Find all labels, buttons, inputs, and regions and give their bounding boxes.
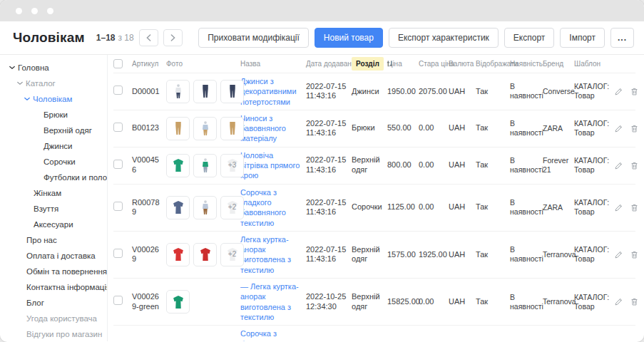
product-name-link[interactable]: Сорочка з бавовняного матеріалу притален… [240, 328, 302, 341]
edit-button[interactable] [614, 124, 623, 133]
column-header-label[interactable]: Бренд [543, 60, 563, 68]
product-photo[interactable] [220, 80, 244, 103]
product-availability: В наявності [510, 293, 543, 311]
delete-button[interactable] [630, 250, 639, 259]
product-photo[interactable] [166, 290, 190, 314]
sidebar-item-vzuttya[interactable]: Взуття [0, 201, 107, 217]
sidebar-item-futbolky-i-polo[interactable]: Футболки и поло [0, 170, 107, 185]
window-control-dot[interactable] [16, 8, 22, 14]
more-photos-count: +3 [228, 161, 236, 170]
edit-button[interactable] [614, 203, 623, 212]
row-checkbox[interactable] [113, 160, 123, 169]
more-photos-badge[interactable]: +3 [220, 154, 244, 177]
sidebar-item-kontaktna-informatsiya[interactable]: Контактна інформація [0, 279, 107, 295]
more-actions-button[interactable]: ... [610, 28, 634, 48]
page-title: Чоловікам [13, 30, 85, 46]
column-header-label[interactable]: Ціна [387, 60, 402, 68]
row-checkbox[interactable] [113, 86, 123, 95]
sidebar-item-golovna[interactable]: Головна [0, 60, 107, 76]
edit-button[interactable] [614, 250, 623, 259]
time-added: 11:43:16 [306, 254, 348, 264]
product-currency: UAH [449, 160, 476, 170]
delete-button[interactable] [630, 161, 639, 170]
export-characteristics-button[interactable]: Експорт характеристик [389, 28, 499, 48]
export-button[interactable]: Експорт [504, 28, 554, 48]
row-checkbox[interactable] [113, 296, 123, 305]
sidebar-item-katalog[interactable]: Каталог [0, 76, 107, 91]
edit-button[interactable] [614, 297, 623, 306]
row-checkbox[interactable] [113, 202, 123, 211]
row-checkbox[interactable] [113, 249, 123, 258]
sidebar-item-cholovikam[interactable]: Чоловікам [0, 91, 107, 107]
product-display-flag: Так [476, 250, 510, 260]
sidebar-item-sorochky[interactable]: Сорочки [0, 154, 107, 170]
product-name-link[interactable]: — Легка куртка-анорак виготовлена з текс… [240, 281, 302, 322]
hide-modifications-button[interactable]: Приховати модифікації [198, 28, 309, 48]
window-titlebar [0, 0, 644, 21]
product-photo[interactable] [166, 196, 190, 219]
delete-button[interactable] [630, 124, 639, 133]
product-name-cell: Чоловіча вітрівка прямого крою [240, 150, 306, 181]
sidebar-item-dzhynsy[interactable]: Джинси [0, 138, 107, 154]
product-photo[interactable] [193, 196, 217, 219]
product-availability: В наявності [510, 119, 543, 138]
sidebar-item-zhinkam[interactable]: Жінкам [0, 185, 107, 201]
new-product-button[interactable]: Новий товар [315, 28, 383, 48]
column-header-label[interactable]: Розділ [352, 57, 384, 71]
edit-button[interactable] [614, 87, 623, 96]
sidebar-item-verkhniy-odyag[interactable]: Верхній одяг [0, 123, 107, 138]
product-name-cell: Джинси з декоративними потертостями [240, 76, 306, 107]
window-control-dot[interactable] [31, 8, 38, 14]
column-header-label[interactable]: Шаблон [574, 60, 600, 68]
product-photo[interactable] [193, 243, 217, 266]
next-page-button[interactable] [163, 29, 183, 46]
column-header-label[interactable]: Наявність [510, 60, 543, 68]
sidebar-item-bryuky[interactable]: Брюки [0, 107, 107, 123]
product-name-link[interactable]: Джинси з декоративними потертостями [240, 76, 302, 107]
row-actions [614, 161, 642, 170]
column-header-label[interactable]: Назва [240, 60, 260, 68]
product-photo[interactable] [166, 80, 190, 103]
product-photo[interactable] [166, 243, 190, 266]
product-currency: UAH [449, 297, 476, 307]
sidebar-item-aksesuary[interactable]: Аксесуари [0, 217, 107, 232]
product-photo[interactable] [193, 117, 217, 140]
delete-button[interactable] [630, 297, 639, 306]
sidebar-item-blog[interactable]: Блог [0, 295, 107, 311]
sidebar-item-ugoda-korystuvacha[interactable]: Угода користувача [0, 311, 107, 326]
product-photo[interactable] [220, 117, 244, 140]
product-photo[interactable] [166, 117, 190, 140]
product-photo[interactable] [166, 154, 190, 177]
product-photos [166, 290, 240, 314]
product-name-link[interactable]: Легка куртка-анорак виготовлена з тексти… [240, 234, 302, 275]
sidebar-item-pro-nas[interactable]: Про нас [0, 232, 107, 248]
import-button[interactable]: Імпорт [560, 28, 605, 48]
date-added: 2022-07-15 [306, 155, 348, 165]
select-all-checkbox[interactable] [113, 59, 123, 68]
product-name-link[interactable]: Чиноси з бавовняного матеріалу [240, 113, 302, 144]
sidebar-item-vidguky-pro-magazyn[interactable]: Відгуки про магазин [0, 326, 107, 341]
product-name-link[interactable]: Сорочка з гладкого бавовняного текстилю [240, 187, 302, 228]
column-header-label[interactable]: Артикул [132, 60, 158, 68]
window-control-dot[interactable] [47, 8, 53, 14]
product-photo[interactable] [193, 154, 217, 177]
delete-button[interactable] [630, 203, 639, 212]
sidebar-item-oplata-i-dostavka[interactable]: Оплата і доставка [0, 248, 107, 264]
product-display-flag: Так [476, 160, 510, 170]
delete-button[interactable] [630, 87, 639, 96]
sidebar-item-obmin-ta-povernennya[interactable]: Обмін та повернення [0, 264, 107, 279]
product-name-link[interactable]: Чоловіча вітрівка прямого крою [240, 150, 302, 181]
column-header-label[interactable]: Валюта [449, 60, 474, 68]
row-checkbox[interactable] [113, 123, 123, 132]
table-row: V000269-green— Легка куртка-анорак вигот… [113, 278, 635, 325]
main-area: ГоловнаКаталогЧоловікамБрюкиВерхній одяг… [0, 55, 644, 341]
column-header-label[interactable]: Фото [166, 60, 183, 68]
prev-page-button[interactable] [139, 29, 158, 46]
row-actions [614, 124, 642, 133]
more-photos-badge[interactable]: +2 [220, 243, 244, 266]
product-photo[interactable] [193, 80, 217, 103]
edit-button[interactable] [614, 161, 623, 170]
more-photos-badge[interactable]: +2 [220, 196, 244, 219]
pagination-total: з 18 [118, 33, 134, 43]
row-select-cell [113, 296, 132, 308]
